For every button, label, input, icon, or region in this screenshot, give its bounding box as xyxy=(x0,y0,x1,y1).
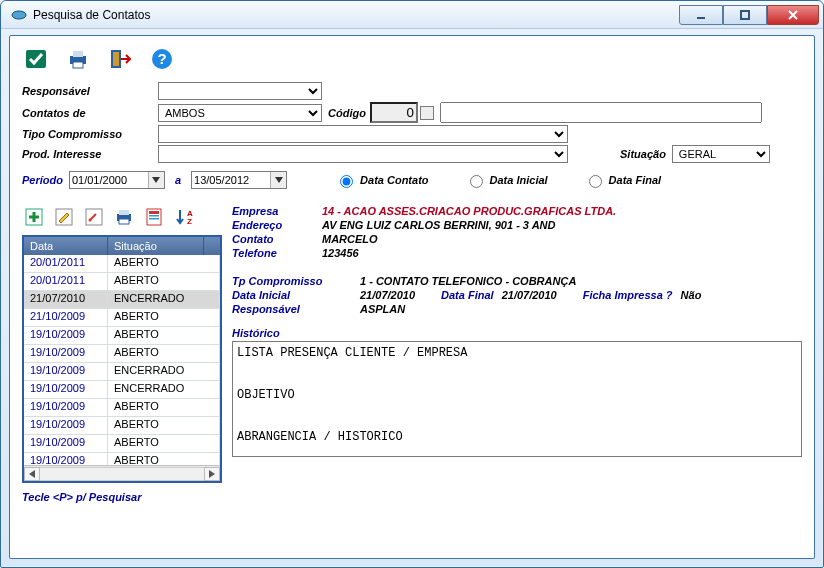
col-situacao[interactable]: Situação xyxy=(108,237,204,255)
table-row[interactable]: 19/10/2009ABERTO xyxy=(24,399,220,417)
grid-body[interactable]: 20/01/2011ABERTO20/01/2011ABERTO21/07/20… xyxy=(24,255,220,465)
exit-icon[interactable] xyxy=(106,46,134,72)
telefone-value: 123456 xyxy=(322,247,359,259)
tp-compromisso-value: 1 - CONTATO TELEFONICO - COBRANÇA xyxy=(360,275,576,287)
codigo-input[interactable] xyxy=(370,102,418,123)
maximize-button[interactable] xyxy=(723,5,767,25)
cell-data: 19/10/2009 xyxy=(24,381,108,398)
radio-data-inicial[interactable] xyxy=(470,175,483,188)
data-final-value: 21/07/2010 xyxy=(502,289,557,301)
svg-rect-16 xyxy=(119,210,129,215)
data-inicial-value: 21/07/2010 xyxy=(360,289,415,301)
periodo-end-picker[interactable] xyxy=(191,171,287,189)
contato-value: MARCELO xyxy=(322,233,378,245)
printer-icon[interactable] xyxy=(64,46,92,72)
main-toolbar: ? xyxy=(22,44,802,82)
col-data[interactable]: Data xyxy=(24,237,108,255)
check-icon[interactable] xyxy=(22,46,50,72)
cell-situacao: ABERTO xyxy=(108,399,220,416)
ficha-impressa-label: Ficha Impressa ? xyxy=(583,289,673,301)
table-row[interactable]: 20/01/2011ABERTO xyxy=(24,255,220,273)
table-row[interactable]: 19/10/2009ABERTO xyxy=(24,327,220,345)
table-row[interactable]: 20/01/2011ABERTO xyxy=(24,273,220,291)
situacao-label: Situação xyxy=(620,148,666,160)
scroll-left-icon[interactable] xyxy=(24,467,40,481)
details-panel: Empresa 14 - ACAO ASSES.CRIACAO PRODUC.G… xyxy=(232,205,802,503)
filter-panel: Responsável Contatos de AMBOS Código Tip… xyxy=(22,82,802,163)
minimize-button[interactable] xyxy=(679,5,723,25)
responsavel-detail-value: ASPLAN xyxy=(360,303,405,315)
cell-data: 19/10/2009 xyxy=(24,435,108,452)
cell-data: 19/10/2009 xyxy=(24,399,108,416)
window-frame: Pesquisa de Contatos xyxy=(0,0,824,568)
note-icon[interactable] xyxy=(82,205,106,229)
results-grid[interactable]: Data Situação 20/01/2011ABERTO20/01/2011… xyxy=(22,235,222,483)
historico-label: Histórico xyxy=(232,327,802,339)
sheet-icon[interactable] xyxy=(142,205,166,229)
empresa-value: 14 - ACAO ASSES.CRIACAO PRODUC.GRAFICAS … xyxy=(322,205,616,217)
table-row[interactable]: 21/10/2009ABERTO xyxy=(24,309,220,327)
periodo-start-input[interactable] xyxy=(70,172,148,188)
historico-textarea[interactable]: LISTA PRESENÇA CLIENTE / EMPRESA OBJETIV… xyxy=(232,341,802,457)
radio-data-contato[interactable] xyxy=(340,175,353,188)
app-icon xyxy=(11,7,27,23)
codigo-nome-input[interactable] xyxy=(440,102,762,123)
table-row[interactable]: 19/10/2009ABERTO xyxy=(24,453,220,465)
sub-toolbar: AZ xyxy=(22,205,222,229)
codigo-picker-button[interactable] xyxy=(420,106,434,120)
window-title: Pesquisa de Contatos xyxy=(33,8,679,22)
cell-data: 19/10/2009 xyxy=(24,417,108,434)
cell-situacao: ABERTO xyxy=(108,273,220,290)
svg-rect-6 xyxy=(73,62,83,68)
radio-data-inicial-label: Data Inicial xyxy=(490,174,548,186)
edit-icon[interactable] xyxy=(52,205,76,229)
data-final-label: Data Final xyxy=(441,289,494,301)
cell-data: 19/10/2009 xyxy=(24,453,108,465)
situacao-select[interactable]: GERAL xyxy=(672,145,770,163)
radio-data-final-label: Data Final xyxy=(609,174,662,186)
responsavel-label: Responsável xyxy=(22,85,158,97)
prod-interesse-select[interactable] xyxy=(158,145,568,163)
table-row[interactable]: 21/07/2010ENCERRADO xyxy=(24,291,220,309)
radio-data-contato-label: Data Contato xyxy=(360,174,428,186)
cell-situacao: ENCERRADO xyxy=(108,363,220,380)
chevron-down-icon[interactable] xyxy=(148,172,164,188)
responsavel-detail-label: Responsável xyxy=(232,303,352,315)
svg-text:Z: Z xyxy=(187,217,192,226)
table-row[interactable]: 19/10/2009ABERTO xyxy=(24,417,220,435)
titlebar[interactable]: Pesquisa de Contatos xyxy=(1,1,823,29)
cell-data: 21/10/2009 xyxy=(24,309,108,326)
cell-situacao: ABERTO xyxy=(108,345,220,362)
add-icon[interactable] xyxy=(22,205,46,229)
cell-situacao: ABERTO xyxy=(108,255,220,272)
printer-icon[interactable] xyxy=(112,205,136,229)
svg-rect-5 xyxy=(73,51,83,57)
table-row[interactable]: 19/10/2009ABERTO xyxy=(24,435,220,453)
chevron-down-icon[interactable] xyxy=(270,172,286,188)
radio-data-final[interactable] xyxy=(589,175,602,188)
help-icon[interactable]: ? xyxy=(148,46,176,72)
cell-situacao: ENCERRADO xyxy=(108,291,220,308)
table-row[interactable]: 19/10/2009ENCERRADO xyxy=(24,381,220,399)
endereco-label: Endereço xyxy=(232,219,322,231)
periodo-sep: a xyxy=(175,174,181,186)
contato-label: Contato xyxy=(232,233,322,245)
periodo-end-input[interactable] xyxy=(192,172,270,188)
table-row[interactable]: 19/10/2009ENCERRADO xyxy=(24,363,220,381)
contatos-de-select[interactable]: AMBOS xyxy=(158,104,322,122)
grid-horizontal-scrollbar[interactable] xyxy=(24,465,220,481)
responsavel-select[interactable] xyxy=(158,82,322,100)
scroll-right-icon[interactable] xyxy=(204,467,220,481)
grid-header: Data Situação xyxy=(24,237,220,255)
close-button[interactable] xyxy=(767,5,819,25)
svg-rect-21 xyxy=(149,218,159,220)
periodo-start-picker[interactable] xyxy=(69,171,165,189)
tipo-compromisso-select[interactable] xyxy=(158,125,568,143)
cell-data: 21/07/2010 xyxy=(24,291,108,308)
cell-situacao: ABERTO xyxy=(108,435,220,452)
svg-rect-8 xyxy=(113,52,119,66)
table-row[interactable]: 19/10/2009ABERTO xyxy=(24,345,220,363)
endereco-value: AV ENG LUIZ CARLOS BERRINI, 901 - 3 AND xyxy=(322,219,555,231)
cell-data: 20/01/2011 xyxy=(24,255,108,272)
sort-az-icon[interactable]: AZ xyxy=(172,205,196,229)
